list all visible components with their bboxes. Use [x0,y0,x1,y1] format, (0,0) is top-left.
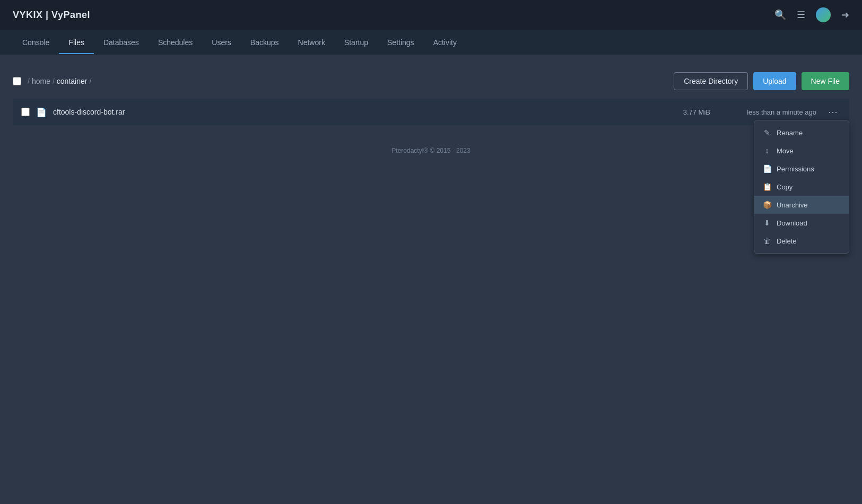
file-checkbox[interactable] [21,108,30,116]
context-menu-download-label: Download [777,219,807,227]
file-size: 3.77 MiB [668,108,710,116]
context-menu-permissions-label: Permissions [777,165,814,173]
context-menu-delete[interactable]: 🗑 Delete [754,232,849,250]
tab-backups[interactable]: Backups [241,31,289,54]
context-menu-unarchive-label: Unarchive [777,201,808,209]
breadcrumb-area: / home / container / [13,77,91,85]
context-menu-copy[interactable]: 📋 Copy [754,178,849,196]
logout-icon[interactable]: ➜ [841,9,849,21]
file-header: / home / container / Create Directory Up… [13,72,849,90]
breadcrumb-sep2: / [89,77,91,85]
header-actions: Create Directory Upload New File [674,72,849,90]
create-directory-button[interactable]: Create Directory [674,72,748,90]
context-menu-unarchive[interactable]: 📦 Unarchive [754,196,849,214]
context-menu-move-label: Move [777,147,794,155]
tab-settings[interactable]: Settings [378,31,424,54]
file-name[interactable]: cftools-discord-bot.rar [53,108,668,116]
breadcrumb-sep1: / [53,77,55,85]
search-icon[interactable]: 🔍 [774,9,786,21]
permissions-icon: 📄 [763,164,771,173]
upload-button[interactable]: Upload [753,72,796,90]
context-menu-move[interactable]: ↕ Move [754,142,849,160]
tab-startup[interactable]: Startup [335,31,378,54]
topbar-actions: 🔍 ☰ ➜ [774,7,849,22]
context-menu: ✎ Rename ↕ Move 📄 Permissions 📋 Copy 📦 [754,120,849,254]
context-menu-permissions[interactable]: 📄 Permissions [754,160,849,178]
tab-network[interactable]: Network [289,31,335,54]
context-menu-download[interactable]: ⬇ Download [754,214,849,232]
rename-icon: ✎ [763,128,771,137]
unarchive-icon: 📦 [763,201,771,209]
context-menu-rename-label: Rename [777,129,803,137]
layers-icon[interactable]: ☰ [797,9,805,21]
copy-icon: 📋 [763,183,771,191]
tab-schedules[interactable]: Schedules [149,31,202,54]
footer: Pterodactyl® © 2015 - 2023 [13,126,849,176]
tab-files[interactable]: Files [59,31,94,54]
file-type-icon: 📄 [36,107,47,117]
tab-databases[interactable]: Databases [94,31,149,54]
breadcrumb-current: container [57,77,88,85]
delete-icon: 🗑 [763,237,771,245]
file-modified: less than a minute ago [732,108,816,116]
topbar: VYKIX | VyPanel 🔍 ☰ ➜ [0,0,862,30]
app-title: VYKIX | VyPanel [13,10,90,21]
breadcrumb-home[interactable]: home [32,77,50,85]
file-menu-button[interactable]: ⋯ [825,105,841,119]
tab-activity[interactable]: Activity [424,31,466,54]
main-content: / home / container / Create Directory Up… [0,55,862,193]
move-icon: ↕ [763,146,771,155]
avatar[interactable] [816,7,831,22]
context-menu-copy-label: Copy [777,183,793,191]
tab-console[interactable]: Console [13,31,59,54]
footer-text: Pterodactyl® © 2015 - 2023 [391,147,470,154]
context-menu-rename[interactable]: ✎ Rename [754,124,849,142]
file-table: 📄 cftools-discord-bot.rar 3.77 MiB less … [13,99,849,126]
breadcrumb-root: / [28,77,30,85]
new-file-button[interactable]: New File [802,72,849,90]
tab-users[interactable]: Users [202,31,241,54]
breadcrumb: / home / container / [28,77,91,85]
download-icon: ⬇ [763,219,771,227]
context-menu-delete-label: Delete [777,237,797,245]
select-all-checkbox[interactable] [13,77,21,85]
nav-tabs: Console Files Databases Schedules Users … [0,30,862,55]
table-row: 📄 cftools-discord-bot.rar 3.77 MiB less … [13,99,849,126]
